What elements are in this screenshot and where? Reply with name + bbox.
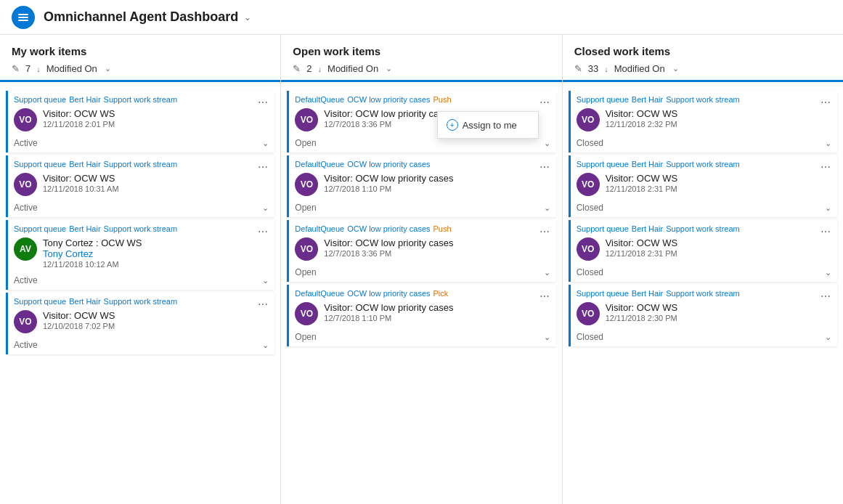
item-menu-button[interactable]: ⋯ (537, 224, 552, 239)
sort-arrow-icon[interactable]: ↓ (604, 65, 608, 73)
tag-label[interactable]: Support work stream (666, 289, 739, 298)
item-info: Visitor: OCW low priority cases 12/7/201… (324, 302, 550, 322)
tag-label[interactable]: DefaultQueue (295, 224, 344, 233)
item-name: Tony Cortez : OCW WSTony Cortez (43, 237, 269, 259)
item-tags: Support queueBert HairSupport work strea… (571, 91, 837, 105)
chevron-down-icon[interactable]: ⌄ (544, 203, 550, 213)
item-status: Open (295, 267, 316, 277)
item-info: Visitor: OCW WS 12/11/2018 2:30 PM (606, 302, 831, 322)
chevron-down-icon[interactable]: ⌄ (262, 341, 269, 350)
item-menu-button[interactable]: ⋯ (256, 297, 270, 312)
tag-label[interactable]: Bert Hair (632, 289, 663, 298)
column-open-work-items: Open work items ✎ 2 ↓ Modified On ⌄ Defa… (281, 35, 562, 504)
tag-label[interactable]: Support work stream (104, 224, 177, 233)
edit-icon[interactable]: ✎ (293, 63, 301, 74)
assign-to-me-button[interactable]: + Assign to me (438, 115, 538, 135)
item-tags: DefaultQueueOCW low priority casesPush (289, 220, 555, 235)
sort-dropdown-icon[interactable]: ⌄ (386, 64, 392, 73)
item-menu-button[interactable]: ⋯ (818, 95, 833, 110)
item-info: Tony Cortez : OCW WSTony Cortez 12/11/20… (43, 237, 269, 269)
item-menu-button[interactable]: ⋯ (537, 289, 552, 304)
work-item-cwi-2: Support queueBert HairSupport work strea… (569, 155, 837, 217)
chevron-down-icon[interactable]: ⌄ (825, 268, 831, 277)
tag-label[interactable]: Bert Hair (69, 95, 100, 104)
tag-label[interactable]: OCW low priority cases (347, 95, 430, 104)
item-footer: Closed ⌄ (571, 200, 837, 217)
item-menu-button[interactable]: ⋯ (256, 224, 270, 239)
work-item-mwi-1: Support queueBert HairSupport work strea… (6, 91, 274, 153)
chevron-down-icon[interactable]: ⌄ (262, 139, 269, 148)
item-name: Visitor: OCW WS (606, 237, 831, 248)
avatar: VO (14, 108, 37, 131)
item-date: 12/7/2018 1:10 PM (324, 184, 550, 193)
item-menu-button[interactable]: ⋯ (818, 224, 833, 239)
chevron-down-icon[interactable]: ⌄ (544, 333, 550, 342)
chevron-down-icon[interactable]: ⌄ (262, 276, 269, 285)
tag-label[interactable]: OCW low priority cases (347, 289, 430, 298)
tag-label[interactable]: OCW low priority cases (347, 160, 430, 168)
edit-icon[interactable]: ✎ (574, 63, 582, 74)
item-info: Visitor: OCW low priority cases 12/7/201… (324, 173, 550, 193)
item-footer: Closed ⌄ (571, 265, 837, 282)
tag-label[interactable]: Bert Hair (632, 95, 663, 104)
item-menu-button[interactable]: ⋯ (537, 160, 552, 174)
tag-label[interactable]: OCW low priority cases (347, 224, 430, 233)
tag-label[interactable]: Support queue (577, 224, 629, 233)
tag-label[interactable]: Support queue (577, 160, 629, 168)
item-name: Visitor: OCW WS (43, 310, 269, 321)
tag-label[interactable]: Support queue (14, 297, 66, 306)
work-item-cwi-1: Support queueBert HairSupport work strea… (569, 91, 837, 153)
tag-label[interactable]: Bert Hair (69, 297, 100, 306)
tag-label[interactable]: Support work stream (666, 95, 739, 104)
svg-rect-1 (18, 17, 28, 18)
sort-dropdown-icon[interactable]: ⌄ (672, 64, 679, 73)
tag-label[interactable]: Support work stream (666, 224, 739, 233)
tag-label[interactable]: Support work stream (104, 297, 177, 306)
chevron-down-icon[interactable]: ⌄ (544, 139, 550, 148)
tag-label[interactable]: Support queue (577, 289, 629, 298)
item-tags: Support queueBert HairSupport work strea… (8, 91, 274, 105)
tag-label[interactable]: Support queue (14, 224, 66, 233)
item-date: 12/11/2018 2:32 PM (606, 120, 831, 129)
sort-dropdown-icon[interactable]: ⌄ (105, 64, 111, 73)
tag-label[interactable]: Support queue (14, 95, 66, 104)
tag-label[interactable]: Bert Hair (632, 160, 663, 168)
item-name-link[interactable]: Tony Cortez (43, 248, 93, 259)
tag-label[interactable]: DefaultQueue (295, 95, 344, 104)
avatar: AV (14, 237, 37, 261)
item-tags: Support queueBert HairSupport work strea… (8, 220, 274, 235)
tag-label[interactable]: Support work stream (666, 160, 739, 168)
tag-label[interactable]: Support work stream (104, 160, 177, 168)
chevron-down-icon[interactable]: ⌄ (825, 203, 831, 213)
sort-arrow-icon[interactable]: ↓ (36, 65, 41, 73)
tag-label[interactable]: Bert Hair (69, 160, 100, 168)
item-date: 12/11/2018 2:31 PM (606, 184, 831, 193)
item-menu-button[interactable]: ⋯ (256, 95, 270, 110)
chevron-down-icon[interactable]: ⌄ (262, 203, 269, 213)
item-status: Closed (577, 332, 603, 342)
sort-arrow-icon[interactable]: ↓ (318, 65, 322, 73)
item-menu-button[interactable]: ⋯ (818, 160, 833, 174)
item-info: Visitor: OCW WS 12/11/2018 10:31 AM (43, 173, 269, 193)
item-menu-button[interactable]: ⋯ (818, 289, 833, 304)
avatar: VO (14, 173, 37, 196)
tag-label[interactable]: Support work stream (104, 95, 177, 104)
tag-label[interactable]: DefaultQueue (295, 289, 344, 298)
item-date: 12/11/2018 10:12 AM (43, 260, 269, 269)
item-status: Active (14, 275, 38, 285)
tag-label[interactable]: Support queue (14, 160, 66, 168)
column-header-closed-work-items: Closed work items ✎ 33 ↓ Modified On ⌄ (563, 35, 843, 82)
tag-label[interactable]: Bert Hair (632, 224, 663, 233)
item-menu-button[interactable]: ⋯ (537, 95, 552, 110)
tag-label[interactable]: Support queue (577, 95, 629, 104)
tag-label[interactable]: Bert Hair (69, 224, 100, 233)
item-info: Visitor: OCW WS 12/10/2018 7:02 PM (43, 310, 269, 330)
chevron-down-icon[interactable]: ⌄ (544, 268, 550, 277)
chevron-down-icon[interactable]: ⌄ (825, 139, 831, 148)
assign-icon: + (447, 119, 458, 131)
header-dropdown-arrow[interactable]: ⌄ (244, 12, 251, 23)
tag-label[interactable]: DefaultQueue (295, 160, 344, 168)
chevron-down-icon[interactable]: ⌄ (825, 333, 831, 342)
edit-icon[interactable]: ✎ (12, 63, 20, 74)
item-menu-button[interactable]: ⋯ (256, 160, 270, 174)
